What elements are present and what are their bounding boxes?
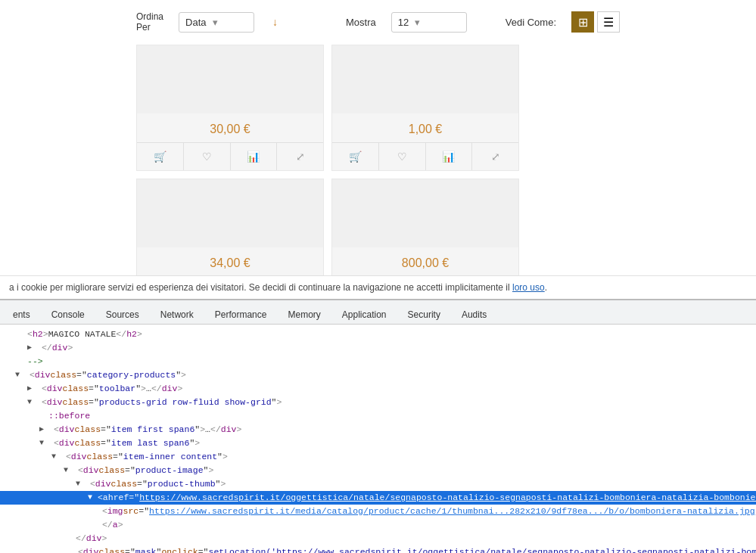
code-line: ▼ <div class="item-inner content"> xyxy=(0,450,756,464)
code-line: </a> xyxy=(0,518,756,532)
tab-memory[interactable]: Memory xyxy=(278,304,330,325)
devtools-tabs: ents Console Sources Network Performance… xyxy=(0,300,756,325)
cookie-text: a i cookie per migliorare servizi ed esp… xyxy=(9,282,512,293)
website-area: OrdinaPer Data ▾ ↓ Mostra 12 ▾ Vedi Come… xyxy=(0,0,756,299)
sort-value: Data xyxy=(185,17,206,28)
code-line: ▶ <div class="item first span6">…</div> xyxy=(0,423,756,436)
add-to-cart-button[interactable]: 🛒 xyxy=(137,143,184,170)
product-image xyxy=(137,45,323,113)
tab-performance[interactable]: Performance xyxy=(205,304,277,325)
show-label-container: Mostra xyxy=(323,17,376,28)
grid-view-button[interactable]: ⊞ xyxy=(571,11,594,33)
show-label: Mostra xyxy=(346,17,376,28)
products-grid: 30,00 € 🛒 ♡ 📊 ⤢ 1,00 € 🛒 ♡ 📊 ⤢ 34,00 € xyxy=(0,45,756,299)
tab-console[interactable]: Console xyxy=(42,304,95,325)
code-line: </div> xyxy=(0,532,756,545)
show-dropdown-arrow: ▾ xyxy=(415,17,420,28)
product-price: 30,00 € xyxy=(137,113,323,142)
code-line: <img src="https://www.sacredspirit.it/me… xyxy=(0,505,756,518)
compare-button[interactable]: 📊 xyxy=(231,143,278,170)
list-view-button[interactable]: ☰ xyxy=(597,11,620,33)
highlighted-code-line[interactable]: ▼ <a href="https://www.sacredspirit.it/o… xyxy=(0,491,756,505)
code-line: ▼ <div class="product-thumb"> xyxy=(0,477,756,491)
code-line: <h2>MAGICO NATALE</h2> xyxy=(0,328,756,341)
tab-elements[interactable]: ents xyxy=(3,304,40,325)
code-line: ▶ <div class="toolbar">…</div> xyxy=(0,382,756,396)
view-label: Vedi Come: xyxy=(506,17,556,28)
code-line: ▼ <div class="product-image"> xyxy=(0,464,756,477)
code-panel[interactable]: <h2>MAGICO NATALE</h2> ▶ </div> --> ▼ <d… xyxy=(0,325,756,553)
quickview-button[interactable]: ⤢ xyxy=(472,143,518,170)
sort-select[interactable]: Data ▾ xyxy=(179,12,254,33)
quickview-button[interactable]: ⤢ xyxy=(277,143,323,170)
devtools-panel: ents Console Sources Network Performance… xyxy=(0,299,756,553)
cookie-link[interactable]: loro uso xyxy=(512,282,545,293)
code-line: ▶ </div> xyxy=(0,341,756,355)
wishlist-button[interactable]: ♡ xyxy=(379,143,426,170)
tab-sources[interactable]: Sources xyxy=(96,304,149,325)
sort-dropdown-arrow: ▾ xyxy=(213,17,218,28)
tab-audits[interactable]: Audits xyxy=(452,304,496,325)
add-to-cart-button[interactable]: 🛒 xyxy=(332,143,379,170)
cookie-bar: a i cookie per migliorare servizi ed esp… xyxy=(0,275,756,299)
wishlist-button[interactable]: ♡ xyxy=(184,143,231,170)
product-card: 1,00 € 🛒 ♡ 📊 ⤢ xyxy=(331,45,519,171)
product-card: 30,00 € 🛒 ♡ 📊 ⤢ xyxy=(136,45,324,171)
code-line: ▼ <div class="products-grid row-fluid sh… xyxy=(0,396,756,409)
code-line: <div class="mask" onclick="setLocation('… xyxy=(0,545,756,553)
product-image xyxy=(332,179,518,247)
compare-button[interactable]: 📊 xyxy=(426,143,473,170)
show-select[interactable]: 12 ▾ xyxy=(391,12,467,33)
code-line: ▼ <div class="category-products"> xyxy=(0,368,756,382)
toolbar-row: OrdinaPer Data ▾ ↓ Mostra 12 ▾ Vedi Come… xyxy=(0,0,756,45)
product-actions: 🛒 ♡ 📊 ⤢ xyxy=(332,142,518,170)
product-price: 34,00 € xyxy=(137,247,323,276)
show-value: 12 xyxy=(398,17,409,28)
product-image xyxy=(137,179,323,247)
product-actions: 🛒 ♡ 📊 ⤢ xyxy=(137,142,323,170)
product-price: 1,00 € xyxy=(332,113,518,142)
code-line: ▼ <div class="item last span6"> xyxy=(0,436,756,450)
product-image xyxy=(332,45,518,113)
code-line: --> xyxy=(0,355,756,368)
tab-application[interactable]: Application xyxy=(332,304,397,325)
tab-network[interactable]: Network xyxy=(151,304,204,325)
sort-label: OrdinaPer xyxy=(136,11,163,33)
view-buttons: ⊞ ☰ xyxy=(571,11,620,33)
tab-security[interactable]: Security xyxy=(398,304,450,325)
product-price: 800,00 € xyxy=(332,247,518,276)
code-line: ::before xyxy=(0,409,756,423)
sort-direction-arrow[interactable]: ↓ xyxy=(272,16,278,28)
